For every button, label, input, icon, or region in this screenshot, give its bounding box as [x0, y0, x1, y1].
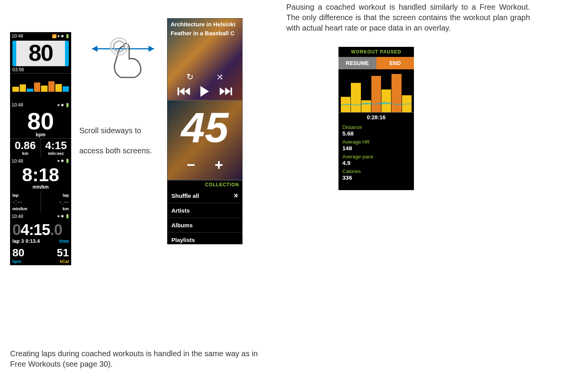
lap-tile: lap-:--min/km lap-.--km [10, 191, 71, 213]
music-volume-panel: 45 − + [168, 100, 242, 180]
hr2-unit: bpm [10, 132, 71, 137]
stat-avg-hr: Average HR148 [338, 137, 414, 152]
elapsed-mini: 03:56 [10, 66, 71, 73]
next-track-button[interactable] [220, 88, 232, 95]
repeat-icon[interactable]: ↻ [186, 72, 193, 82]
swipe-caption-1: Scroll sideways to [79, 126, 161, 135]
hr-value: 80 [16, 41, 65, 65]
collection-header: COLLECTION [168, 180, 242, 188]
collection-albums[interactable]: Albums [168, 218, 242, 233]
status-bar: 10:48 📶 ♥ ✱ 🔋 [10, 32, 71, 40]
swipe-gesture-icon [89, 35, 159, 81]
stat-calories: Calories336 [338, 167, 414, 182]
play-button[interactable] [200, 86, 209, 97]
music-collection: COLLECTION Shuffle all ⤨ Artists Albums … [168, 180, 242, 244]
status-icons: 📶 ♥ ✱ 🔋 [52, 34, 70, 38]
status-time: 10:48 [12, 33, 23, 39]
collection-artists[interactable]: Artists [168, 203, 242, 218]
resume-button[interactable]: RESUME [338, 57, 376, 69]
hr-tile-2: 80 bpm [10, 109, 71, 138]
pace-tile: 8:18 min/km [10, 165, 71, 191]
hr2-value: 80 [10, 110, 71, 132]
collection-shuffle-all[interactable]: Shuffle all ⤨ [168, 188, 242, 203]
shuffle-icon: ⤨ [233, 192, 238, 199]
end-button[interactable]: END [376, 57, 414, 69]
paused-header: WORKOUT PAUSED [338, 47, 414, 57]
music-track-2: Feather in a Baseball C [168, 27, 242, 36]
svg-marker-2 [149, 46, 154, 52]
watch-metrics-strip: 10:48 📶 ♥ ✱ 🔋 80 03:56 10:48♥ ✱ 🔋 80 bpm [10, 32, 71, 265]
body-text-laps: Creating laps during coached workouts is… [10, 348, 265, 369]
volume-down-button[interactable]: − [186, 157, 195, 173]
body-text-pause: Pausing a coached workout is handled sim… [286, 2, 530, 33]
music-screens-strip: Architecture in Helsinki Feather in a Ba… [167, 18, 243, 244]
workout-paused-screen: WORKOUT PAUSED RESUME END 0:28:16 Distan… [338, 47, 414, 190]
volume-value: 45 [168, 106, 242, 149]
dist-pace-tile: 0.86km 4:15min:sec [10, 138, 71, 157]
music-now-playing: Architecture in Helsinki Feather in a Ba… [168, 19, 242, 100]
volume-up-button[interactable]: + [215, 157, 223, 173]
svg-marker-1 [92, 46, 97, 52]
paused-elapsed: 0:28:16 [338, 113, 414, 123]
swipe-caption-2: access both screens. [79, 146, 161, 155]
music-track-1: Architecture in Helsinki [168, 19, 242, 27]
total-time-tile: 04:15.0 lap 3 0:13.4 time [10, 220, 71, 245]
shuffle-icon[interactable]: ⤨ [216, 72, 223, 82]
hr-bars-mini [10, 73, 71, 93]
hr-tile: 80 03:56 [10, 41, 71, 101]
stat-avg-pace: Average pace4.9 [338, 152, 414, 167]
stat-distance: Distance5.68 [338, 123, 414, 137]
bpm-kcal-tile: 80bpm 51kCal [10, 245, 71, 265]
prev-track-button[interactable] [178, 88, 190, 95]
collection-playlists[interactable]: Playlists [168, 233, 242, 244]
paused-plan-graph [338, 69, 414, 113]
